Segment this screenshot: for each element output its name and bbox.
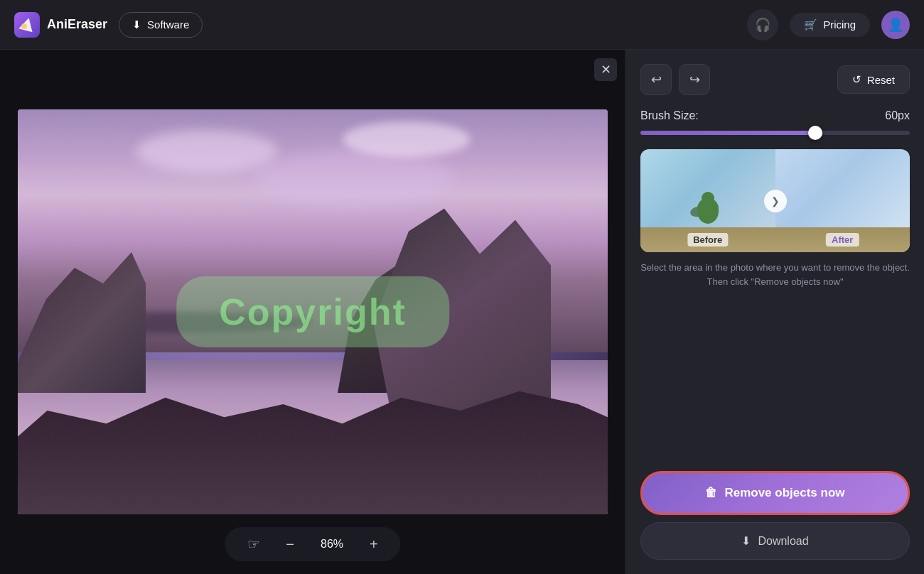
software-label: Software <box>147 18 189 31</box>
bird-head <box>702 192 714 205</box>
anieraser-logo-icon <box>14 12 40 38</box>
pricing-label: Pricing <box>823 18 856 31</box>
download-button[interactable]: ⬇ Download <box>640 522 910 560</box>
header: AniEraser ⬇ Software 🎧 🛒 Pricing 👤 <box>0 0 924 50</box>
pricing-button[interactable]: 🛒 Pricing <box>790 13 870 37</box>
support-button[interactable]: 🎧 <box>747 9 778 40</box>
before-after-divider: ❯ <box>764 190 787 212</box>
brush-size-slider[interactable] <box>640 131 910 135</box>
image-container: Copyright <box>18 109 608 514</box>
undo-redo-group: ↩ ↪ <box>640 64 710 95</box>
brush-slider-thumb[interactable] <box>808 126 822 140</box>
right-panel: ↩ ↪ ↺ Reset Brush Size: 60px <box>625 50 924 574</box>
remove-icon: 🗑 <box>705 486 717 500</box>
hint-text: Select the area in the photo where you w… <box>640 261 910 288</box>
main-layout: ✕ Copyright ☞ − 86% + <box>0 50 924 574</box>
redo-button[interactable]: ↪ <box>679 64 710 95</box>
canvas-toolbar: ☞ − 86% + <box>225 527 400 561</box>
download-icon: ⬇ <box>741 534 751 548</box>
brush-size-value: 60px <box>885 109 910 122</box>
software-button[interactable]: ⬇ Software <box>119 12 203 38</box>
app-name-label: AniEraser <box>47 17 107 32</box>
brush-header: Brush Size: 60px <box>640 109 910 122</box>
avatar-icon: 👤 <box>888 17 903 33</box>
remove-objects-button[interactable]: 🗑 Remove objects now <box>640 471 910 515</box>
action-section: 🗑 Remove objects now ⬇ Download <box>640 471 910 560</box>
header-left: AniEraser ⬇ Software <box>14 12 203 38</box>
bird-before-preview <box>690 192 726 231</box>
after-preview: After <box>775 149 910 252</box>
before-after-preview: Before ❯ After <box>640 149 910 252</box>
after-label: After <box>826 233 859 247</box>
pan-tool-button[interactable]: ☞ <box>242 533 266 556</box>
download-label: Download <box>758 535 808 548</box>
close-button[interactable]: ✕ <box>594 58 617 81</box>
reset-icon: ↺ <box>852 73 861 86</box>
cloud-2 <box>254 150 453 207</box>
canvas-area[interactable]: ✕ Copyright ☞ − 86% + <box>0 50 625 574</box>
before-preview: Before <box>640 149 775 252</box>
reset-label: Reset <box>867 74 895 86</box>
undo-button[interactable]: ↩ <box>640 64 672 95</box>
zoom-level-display: 86% <box>314 538 350 551</box>
zoom-out-button[interactable]: − <box>280 534 300 556</box>
brush-size-label: Brush Size: <box>640 109 699 122</box>
user-avatar[interactable]: 👤 <box>881 11 910 39</box>
remove-objects-label: Remove objects now <box>724 486 844 500</box>
zoom-in-button[interactable]: + <box>364 534 384 556</box>
cart-icon: 🛒 <box>804 18 817 31</box>
download-small-icon: ⬇ <box>132 18 141 31</box>
undo-icon: ↩ <box>651 72 662 87</box>
cloud-3 <box>343 121 471 157</box>
top-controls: ↩ ↪ ↺ Reset <box>640 64 910 95</box>
landscape-image: Copyright <box>18 109 608 514</box>
svg-point-2 <box>21 23 27 29</box>
header-right: 🎧 🛒 Pricing 👤 <box>747 9 910 40</box>
before-after-section: Before ❯ After Select the area in the ph… <box>640 149 910 288</box>
before-label: Before <box>687 233 728 247</box>
redo-icon: ↪ <box>689 72 700 87</box>
headset-icon: 🎧 <box>755 17 770 33</box>
logo-button[interactable]: AniEraser <box>14 12 107 38</box>
cloud-1 <box>136 130 278 173</box>
reset-button[interactable]: ↺ Reset <box>837 65 910 94</box>
brush-size-section: Brush Size: 60px <box>640 109 910 135</box>
